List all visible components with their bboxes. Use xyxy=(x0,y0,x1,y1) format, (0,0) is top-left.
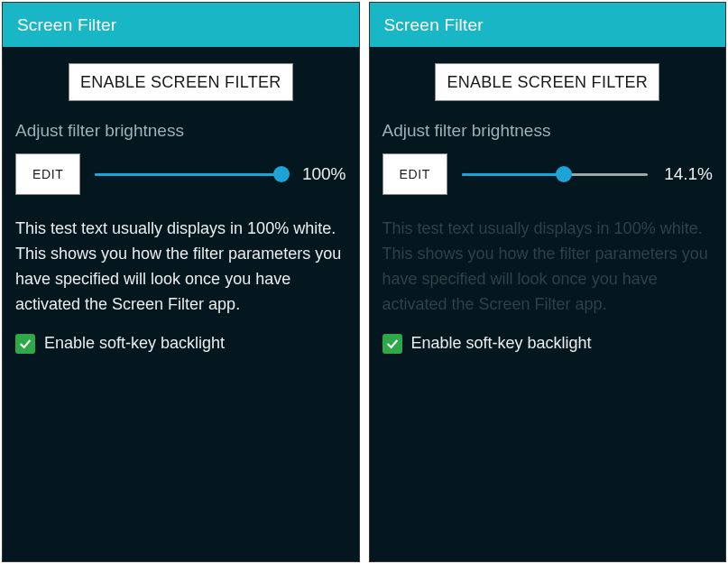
slider-track-fill xyxy=(95,173,281,176)
enable-button-row: ENABLE SCREEN FILTER xyxy=(382,63,714,101)
brightness-slider[interactable] xyxy=(462,163,648,185)
brightness-slider-row: EDIT 100% xyxy=(15,153,346,195)
edit-button[interactable]: EDIT xyxy=(382,153,447,195)
brightness-section-label: Adjust filter brightness xyxy=(382,121,714,141)
content-area: ENABLE SCREEN FILTER Adjust filter brigh… xyxy=(3,47,359,363)
enable-button-row: ENABLE SCREEN FILTER xyxy=(15,63,346,101)
screen-filter-panel-left: Screen Filter ENABLE SCREEN FILTER Adjus… xyxy=(2,2,360,562)
brightness-slider[interactable] xyxy=(95,163,281,185)
edit-button[interactable]: EDIT xyxy=(15,153,80,195)
brightness-percent-label: 100% xyxy=(296,164,346,184)
preview-test-text: This test text usually displays in 100% … xyxy=(15,217,346,318)
softkey-backlight-label: Enable soft-key backlight xyxy=(411,334,592,353)
checkmark-icon xyxy=(385,337,400,351)
slider-thumb[interactable] xyxy=(556,166,572,182)
brightness-slider-row: EDIT 14.1% xyxy=(382,153,714,195)
softkey-backlight-checkbox[interactable] xyxy=(15,334,35,354)
checkmark-icon xyxy=(18,337,32,351)
softkey-backlight-checkbox-row[interactable]: Enable soft-key backlight xyxy=(15,334,346,354)
content-area: ENABLE SCREEN FILTER Adjust filter brigh… xyxy=(370,47,726,363)
enable-screen-filter-button[interactable]: ENABLE SCREEN FILTER xyxy=(435,63,659,101)
slider-track-fill xyxy=(462,173,564,176)
app-title: Screen Filter xyxy=(3,3,359,47)
softkey-backlight-checkbox-row[interactable]: Enable soft-key backlight xyxy=(382,334,714,354)
enable-screen-filter-button[interactable]: ENABLE SCREEN FILTER xyxy=(69,63,293,101)
slider-thumb[interactable] xyxy=(273,166,290,182)
preview-test-text: This test text usually displays in 100% … xyxy=(382,217,714,318)
brightness-section-label: Adjust filter brightness xyxy=(15,121,346,141)
softkey-backlight-checkbox[interactable] xyxy=(382,334,402,354)
brightness-percent-label: 14.1% xyxy=(662,164,713,184)
softkey-backlight-label: Enable soft-key backlight xyxy=(44,334,225,353)
app-title: Screen Filter xyxy=(370,3,726,47)
screen-filter-panel-right: Screen Filter ENABLE SCREEN FILTER Adjus… xyxy=(369,2,727,562)
